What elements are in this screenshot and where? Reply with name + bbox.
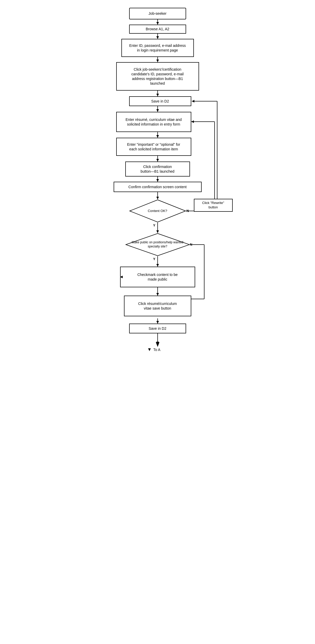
svg-marker-42 [156,293,159,296]
node-click-confirm: Click confirmation button—B1 launched [125,162,190,177]
node-to-a: ▼ To A [147,347,160,352]
node-enter-login: Enter ID, password, e-mail address in lo… [121,39,194,57]
svg-marker-45 [156,342,159,347]
node-browse: Browse A1, A2 [129,25,186,34]
node-enter-important: Enter "important" or "optional" for each… [116,138,191,156]
flowchart-container: Job-seeker Browse A1, A2 Enter ID, passw… [80,5,235,626]
node-confirm-screen: Confirm confirmation screen content [114,182,202,192]
svg-marker-11 [156,135,159,138]
node-click-save: Click résumé/curriculum vitae save butto… [124,296,191,316]
svg-marker-9 [156,109,159,112]
node-rewrite-btn: Click "Rewrite" button [194,199,233,212]
svg-marker-34 [191,120,194,123]
svg-marker-28 [156,321,159,324]
diamond-content-ok: Content OK? [129,199,186,223]
label-n1: N [187,209,189,213]
node-checkmark: Checkmark content to be made public [120,267,195,287]
label-y1: Y [153,223,156,227]
node-click-reg: Click job-seekers'/certification candida… [116,62,199,91]
svg-marker-30 [156,342,159,347]
node-jobseeker: Job-seeker [129,8,186,19]
svg-marker-1 [156,22,159,25]
svg-marker-38 [192,100,194,103]
svg-marker-13 [156,159,159,162]
node-save-d2-b: Save in D2 [129,324,186,333]
diamond-make-public: Make public on positions/help wanted spe… [125,233,190,256]
svg-marker-19 [156,230,159,233]
label-y2: Y [153,257,156,261]
svg-marker-17 [156,197,159,199]
svg-marker-5 [156,60,159,62]
svg-marker-3 [156,36,159,39]
svg-marker-15 [156,179,159,182]
svg-marker-7 [156,94,159,96]
svg-marker-21 [156,264,159,267]
node-save-d2-a: Save in D2 [129,96,191,106]
label-n2: N [190,243,192,246]
node-enter-resume: Enter résumé, curriculum vitae and solic… [116,112,191,132]
